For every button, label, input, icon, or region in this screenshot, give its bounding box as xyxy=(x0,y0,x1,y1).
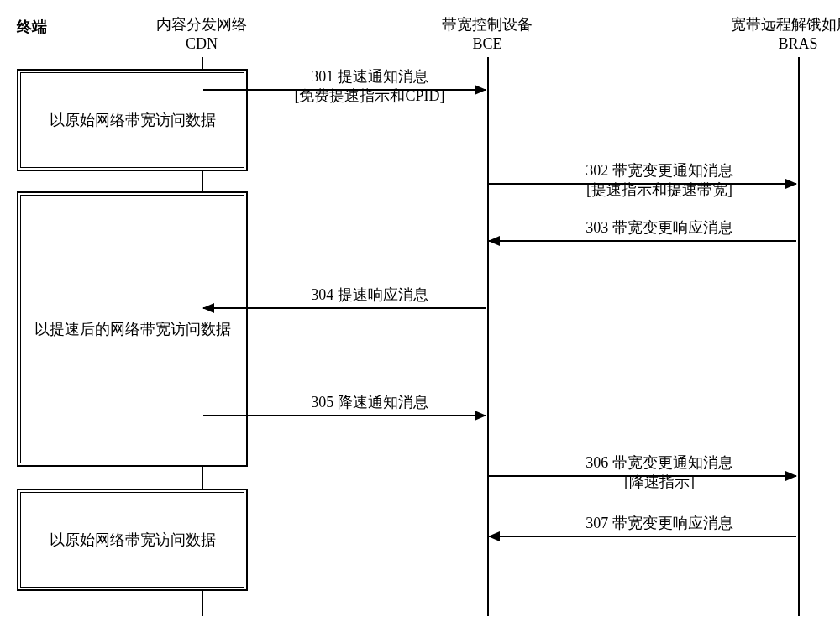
msg-306-label: 306 带宽变更通知消息 [降速指示] xyxy=(521,453,798,491)
msg-305-label: 305 降速通知消息 xyxy=(252,393,487,412)
actor-bce-line2: BCE xyxy=(433,34,542,54)
msg-306-main: 306 带宽变更通知消息 xyxy=(585,454,733,471)
msg-301-main: 301 提速通知消息 xyxy=(311,68,428,85)
msg-301-label: 301 提速通知消息 [免费提速指示和CPID] xyxy=(252,67,487,105)
state-box-3: 以原始网络带宽访问数据 xyxy=(17,489,248,591)
state-box-1: 以原始网络带宽访问数据 xyxy=(17,69,248,171)
arrow-305 xyxy=(203,415,486,416)
msg-305-main: 305 降速通知消息 xyxy=(311,394,428,411)
msg-304-label: 304 提速响应消息 xyxy=(252,285,487,305)
msg-304-main: 304 提速响应消息 xyxy=(311,286,428,303)
msg-307-main: 307 带宽变更响应消息 xyxy=(585,515,733,531)
state-box-3-text: 以原始网络带宽访问数据 xyxy=(50,530,216,550)
arrow-304 xyxy=(203,307,486,309)
actor-bras-line1: 宽带远程解饿如服务器 xyxy=(714,15,840,34)
actor-cdn-line1: 内容分发网络 xyxy=(147,15,256,34)
arrow-307 xyxy=(489,536,796,537)
arrow-302 xyxy=(489,183,796,185)
arrow-306 xyxy=(489,475,796,477)
actor-cdn-line2: CDN xyxy=(147,34,256,54)
actor-bce-line1: 带宽控制设备 xyxy=(433,15,542,34)
msg-307-label: 307 带宽变更响应消息 xyxy=(521,514,798,533)
state-box-1-text: 以原始网络带宽访问数据 xyxy=(50,110,216,130)
msg-302-main: 302 带宽变更通知消息 xyxy=(585,162,733,179)
arrow-303 xyxy=(489,240,796,242)
lifeline-bras xyxy=(798,57,800,616)
actor-terminal: 终端 xyxy=(17,17,47,37)
msg-303-main: 303 带宽变更响应消息 xyxy=(585,219,733,236)
sequence-diagram: 终端 内容分发网络 CDN 带宽控制设备 BCE 宽带远程解饿如服务器 BRAS… xyxy=(17,17,823,616)
actor-bce: 带宽控制设备 BCE xyxy=(433,15,542,55)
msg-303-label: 303 带宽变更响应消息 xyxy=(521,218,798,238)
msg-302-label: 302 带宽变更通知消息 [提速指示和提速带宽] xyxy=(521,161,798,199)
arrow-301 xyxy=(203,89,486,91)
actor-cdn: 内容分发网络 CDN xyxy=(147,15,256,55)
actor-bras-line2: BRAS xyxy=(714,34,840,54)
state-box-2: 以提速后的网络带宽访问数据 xyxy=(17,191,248,467)
state-box-2-text: 以提速后的网络带宽访问数据 xyxy=(34,319,231,339)
actor-bras: 宽带远程解饿如服务器 BRAS xyxy=(714,15,840,55)
